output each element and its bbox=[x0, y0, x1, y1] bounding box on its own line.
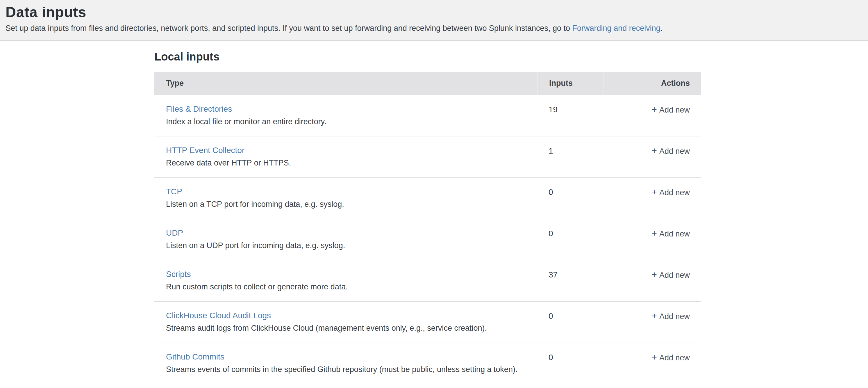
column-header-inputs: Inputs bbox=[537, 72, 603, 95]
input-type-cell: TCP Listen on a TCP port for incoming da… bbox=[154, 187, 537, 209]
add-new-button[interactable]: + Add new bbox=[652, 105, 690, 115]
actions-cell: + Add new bbox=[603, 187, 701, 197]
plus-icon: + bbox=[652, 311, 657, 321]
inputs-count: 0 bbox=[537, 311, 603, 321]
add-new-button[interactable]: + Add new bbox=[652, 311, 690, 321]
input-type-description: Listen on a UDP port for incoming data, … bbox=[166, 241, 537, 251]
plus-icon: + bbox=[652, 105, 657, 114]
add-new-label: Add new bbox=[659, 353, 690, 362]
column-header-actions: Actions bbox=[603, 72, 701, 95]
plus-icon: + bbox=[652, 188, 657, 197]
column-header-type: Type bbox=[154, 72, 537, 95]
table-row: UDP Listen on a UDP port for incoming da… bbox=[154, 219, 701, 260]
input-type-link[interactable]: HTTP Event Collector bbox=[166, 146, 245, 155]
table-body: Files & Directories Index a local file o… bbox=[154, 95, 701, 384]
actions-cell: + Add new bbox=[603, 146, 701, 156]
table-row: Github Commits Streams events of commits… bbox=[154, 343, 701, 384]
add-new-label: Add new bbox=[659, 230, 690, 239]
input-type-description: Run custom scripts to collect or generat… bbox=[166, 282, 537, 292]
plus-icon: + bbox=[652, 146, 657, 155]
input-type-link[interactable]: Github Commits bbox=[166, 352, 224, 361]
plus-icon: + bbox=[652, 353, 657, 362]
table-row: ClickHouse Cloud Audit Logs Streams audi… bbox=[154, 302, 701, 343]
add-new-button[interactable]: + Add new bbox=[652, 229, 690, 239]
local-inputs-heading: Local inputs bbox=[154, 51, 868, 63]
plus-icon: + bbox=[652, 270, 657, 279]
inputs-count: 37 bbox=[537, 270, 603, 279]
add-new-label: Add new bbox=[659, 312, 690, 321]
actions-cell: + Add new bbox=[603, 352, 701, 362]
table-row: HTTP Event Collector Receive data over H… bbox=[154, 137, 701, 178]
inputs-count: 0 bbox=[537, 352, 603, 362]
input-type-description: Streams audit logs from ClickHouse Cloud… bbox=[166, 323, 537, 333]
add-new-button[interactable]: + Add new bbox=[652, 353, 690, 362]
input-type-link[interactable]: ClickHouse Cloud Audit Logs bbox=[166, 311, 271, 320]
add-new-label: Add new bbox=[659, 188, 690, 197]
input-type-cell: ClickHouse Cloud Audit Logs Streams audi… bbox=[154, 311, 537, 333]
table-row: Scripts Run custom scripts to collect or… bbox=[154, 260, 701, 302]
table-header-row: Type Inputs Actions bbox=[154, 72, 701, 95]
input-type-link[interactable]: TCP bbox=[166, 187, 182, 196]
add-new-label: Add new bbox=[659, 271, 690, 280]
input-type-cell: HTTP Event Collector Receive data over H… bbox=[154, 146, 537, 168]
input-type-cell: Scripts Run custom scripts to collect or… bbox=[154, 270, 537, 292]
add-new-button[interactable]: + Add new bbox=[652, 270, 690, 280]
table-row: Files & Directories Index a local file o… bbox=[154, 95, 701, 137]
input-type-cell: UDP Listen on a UDP port for incoming da… bbox=[154, 228, 537, 251]
page-subtitle-period: . bbox=[660, 24, 663, 33]
input-type-description: Receive data over HTTP or HTTPS. bbox=[166, 158, 537, 168]
actions-cell: + Add new bbox=[603, 105, 701, 115]
local-inputs-section: Local inputs Type Inputs Actions Files &… bbox=[0, 41, 868, 384]
input-type-description: Index a local file or monitor an entire … bbox=[166, 117, 537, 127]
add-new-button[interactable]: + Add new bbox=[652, 146, 690, 156]
add-new-label: Add new bbox=[659, 147, 690, 156]
page-title: Data inputs bbox=[5, 4, 856, 21]
add-new-button[interactable]: + Add new bbox=[652, 188, 690, 197]
data-inputs-page: Data inputs Set up data inputs from file… bbox=[0, 0, 868, 388]
page-subtitle-text: Set up data inputs from files and direct… bbox=[5, 24, 572, 33]
actions-cell: + Add new bbox=[603, 270, 701, 280]
page-subtitle: Set up data inputs from files and direct… bbox=[5, 23, 856, 33]
plus-icon: + bbox=[652, 229, 657, 238]
input-type-cell: Files & Directories Index a local file o… bbox=[154, 105, 537, 127]
input-type-link[interactable]: UDP bbox=[166, 228, 183, 238]
inputs-count: 19 bbox=[537, 105, 603, 114]
add-new-label: Add new bbox=[659, 106, 690, 115]
input-type-cell: Github Commits Streams events of commits… bbox=[154, 352, 537, 375]
inputs-count: 0 bbox=[537, 228, 603, 238]
local-inputs-table: Type Inputs Actions Files & Directories … bbox=[154, 72, 701, 384]
table-row: TCP Listen on a TCP port for incoming da… bbox=[154, 178, 701, 219]
inputs-count: 0 bbox=[537, 187, 603, 197]
input-type-description: Streams events of commits in the specifi… bbox=[166, 364, 537, 375]
actions-cell: + Add new bbox=[603, 228, 701, 239]
input-type-link[interactable]: Files & Directories bbox=[166, 105, 232, 114]
actions-cell: + Add new bbox=[603, 311, 701, 321]
input-type-description: Listen on a TCP port for incoming data, … bbox=[166, 199, 537, 209]
forwarding-and-receiving-link[interactable]: Forwarding and receiving bbox=[572, 24, 660, 33]
inputs-count: 1 bbox=[537, 146, 603, 156]
page-header: Data inputs Set up data inputs from file… bbox=[0, 0, 868, 41]
input-type-link[interactable]: Scripts bbox=[166, 270, 191, 279]
